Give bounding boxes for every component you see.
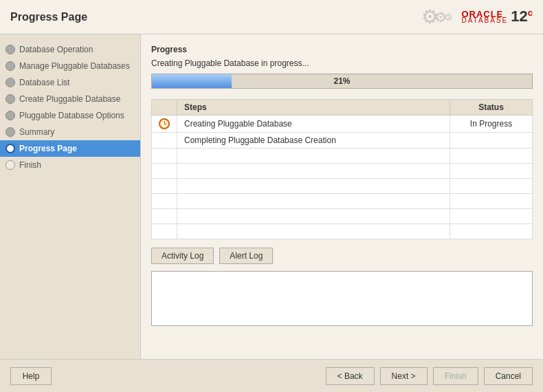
sidebar-label-progress-page: Progress Page — [19, 144, 77, 153]
sidebar-item-pluggable-options[interactable]: Pluggable Database Options — [0, 107, 140, 124]
sidebar-label-database-list: Database List — [19, 78, 69, 87]
content-area: Progress Creating Pluggable Database in … — [141, 34, 543, 359]
table-row-empty — [152, 164, 533, 179]
step-name-1: Creating Pluggable Database — [177, 116, 450, 133]
cancel-button[interactable]: Cancel — [484, 367, 533, 385]
footer-left: Help — [10, 367, 52, 385]
table-row-empty — [152, 149, 533, 164]
sidebar-label-manage-pluggable: Manage Pluggable Databases — [19, 61, 130, 71]
back-button[interactable]: < Back — [326, 367, 375, 385]
step-circle-4 — [5, 94, 15, 104]
step-status-2 — [450, 133, 533, 149]
footer: Help < Back Next > Finish Cancel — [0, 359, 543, 392]
table-row-empty — [152, 224, 533, 239]
steps-table: Steps Status Creating Pluggable Database… — [151, 99, 533, 239]
finish-button[interactable]: Finish — [433, 367, 478, 385]
step-circle-1 — [5, 45, 15, 54]
steps-col-header: Steps — [177, 100, 450, 116]
oracle-version: 12c — [511, 8, 533, 25]
sidebar-label-finish: Finish — [19, 160, 41, 170]
step-icon-cell-2 — [152, 133, 177, 149]
step-status-1: In Progress — [450, 116, 533, 133]
step-circle-3 — [5, 78, 15, 87]
gears-decoration: ⚙ ⚙ ⚙ ORACLE DATABASE 12c — [421, 6, 533, 28]
main-container: Database Operation Manage Pluggable Data… — [0, 34, 543, 359]
table-row: Creating Pluggable Database In Progress — [152, 116, 533, 133]
alert-log-button[interactable]: Alert Log — [219, 248, 273, 264]
sidebar-item-create-pluggable[interactable]: Create Pluggable Database — [0, 91, 140, 107]
next-button[interactable]: Next > — [380, 367, 428, 385]
sidebar-label-pluggable-options: Pluggable Database Options — [19, 111, 124, 120]
header: Progress Page ⚙ ⚙ ⚙ ORACLE DATABASE 12c — [0, 0, 543, 34]
sidebar-item-database-operation[interactable]: Database Operation — [0, 41, 140, 58]
sidebar-item-finish[interactable]: Finish — [0, 157, 140, 173]
sidebar-item-database-list[interactable]: Database List — [0, 74, 140, 91]
oracle-logo: ORACLE DATABASE 12c — [461, 8, 533, 25]
activity-log-button[interactable]: Activity Log — [151, 248, 214, 264]
step-name-2: Completing Pluggable Database Creation — [177, 133, 450, 149]
table-row-empty — [152, 179, 533, 194]
sidebar-item-manage-pluggable[interactable]: Manage Pluggable Databases — [0, 58, 140, 74]
table-row: Completing Pluggable Database Creation — [152, 133, 533, 149]
progress-bar-container: 21% — [151, 74, 533, 89]
step-circle-6 — [5, 127, 15, 137]
table-row-empty — [152, 209, 533, 224]
sidebar-label-summary: Summary — [19, 127, 54, 137]
clock-icon — [159, 118, 170, 129]
status-col-header: Status — [450, 100, 533, 116]
sidebar-item-progress-page[interactable]: Progress Page — [0, 140, 140, 157]
progress-bar-fill — [152, 74, 232, 88]
sidebar-label-create-pluggable: Create Pluggable Database — [19, 94, 120, 104]
sidebar-item-summary[interactable]: Summary — [0, 124, 140, 140]
gear-icon-3: ⚙ — [444, 12, 453, 23]
step-circle-8 — [5, 160, 15, 170]
help-button[interactable]: Help — [10, 367, 52, 385]
log-area — [151, 271, 533, 326]
step-icon-cell-1 — [152, 116, 177, 133]
sidebar: Database Operation Manage Pluggable Data… — [0, 34, 141, 359]
progress-status-text: Creating Pluggable Database in progress.… — [151, 58, 533, 68]
oracle-database-label: DATABASE — [461, 17, 508, 24]
step-circle-2 — [5, 61, 15, 71]
progress-section-title: Progress — [151, 45, 533, 54]
step-circle-7 — [5, 144, 15, 153]
sidebar-label-database-operation: Database Operation — [19, 45, 93, 54]
log-buttons-group: Activity Log Alert Log — [151, 248, 533, 264]
page-title: Progress Page — [10, 11, 87, 23]
step-circle-5 — [5, 111, 15, 120]
table-row-empty — [152, 194, 533, 209]
progress-bar-label: 21% — [333, 76, 350, 86]
footer-right: < Back Next > Finish Cancel — [326, 367, 533, 385]
